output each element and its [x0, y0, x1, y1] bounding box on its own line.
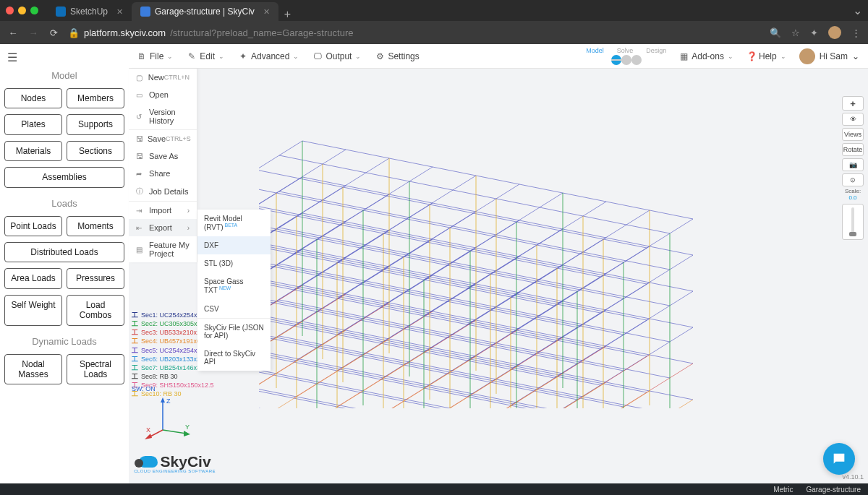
back-button[interactable]: ←	[7, 27, 19, 38]
tab-close-icon[interactable]: ✕	[263, 7, 270, 17]
pressures-button[interactable]: Pressures	[67, 268, 124, 288]
assemblies-button[interactable]: Assemblies	[4, 167, 124, 187]
point-loads-button[interactable]: Point Loads	[4, 216, 62, 236]
export-csv[interactable]: CSV	[197, 300, 271, 318]
reload-button[interactable]: ⟳	[48, 27, 59, 38]
tab-title: SketchUp	[70, 7, 108, 17]
file-menu-version-history[interactable]: ↺Version History	[129, 103, 197, 129]
settings-menu-button[interactable]: ⚙ Settings	[375, 51, 419, 61]
file-menu-new[interactable]: ▢NewCTRL+N	[129, 69, 197, 86]
export-skyciv-file-json-for-api-[interactable]: SkyCiv File (JSON for API)	[197, 318, 271, 345]
edit-menu-button[interactable]: ✎ Edit ⌄	[187, 51, 224, 61]
views-button[interactable]: Views	[842, 128, 864, 141]
step-label-solve: Solve	[617, 47, 634, 54]
project-name[interactable]: Garage-structure	[806, 486, 861, 494]
supports-button[interactable]: Supports	[67, 114, 124, 134]
addons-menu-button[interactable]: ▦ Add-ons ⌄	[679, 51, 733, 61]
distributed-loads-button[interactable]: Distributed Loads	[4, 242, 124, 262]
moments-button[interactable]: Moments	[67, 216, 124, 236]
browser-menu-icon[interactable]: ⋮	[851, 27, 861, 38]
svg-line-40	[259, 300, 554, 378]
svg-text:Y: Y	[185, 423, 190, 431]
file-menu-save-as[interactable]: 🖫Save As	[129, 147, 197, 165]
tab-close-icon[interactable]: ✕	[116, 7, 123, 17]
browser-tab-skyciv[interactable]: Garage-structure | SkyCiv ✕	[132, 2, 278, 21]
status-bar: v4.10.1 Metric Garage-structure	[0, 483, 868, 495]
forward-button[interactable]: →	[27, 27, 39, 38]
svg-line-85	[302, 322, 693, 400]
help-menu-button[interactable]: ❓ Help ⌄	[746, 51, 786, 61]
load-combos-button[interactable]: Load Combos	[67, 295, 124, 326]
scale-label: Scale:0.0	[842, 189, 864, 202]
file-menu-import[interactable]: ⇥Import›	[129, 201, 197, 219]
step-label-design: Design	[646, 47, 666, 54]
area-loads-button[interactable]: Area Loads	[4, 268, 62, 288]
svg-marker-153	[184, 431, 190, 436]
plates-button[interactable]: Plates	[4, 114, 62, 134]
file-menu-button[interactable]: 🗎 File ⌄	[137, 51, 173, 61]
snapshot-button[interactable]: ⊙	[842, 173, 864, 186]
file-menu-job-details[interactable]: ⓘJob Details	[129, 182, 197, 201]
units-label[interactable]: Metric	[773, 486, 793, 494]
extensions-icon[interactable]: ✦	[810, 27, 818, 38]
advanced-menu-button[interactable]: ✦ Advanced ⌄	[239, 51, 299, 61]
sections-button[interactable]: Sections	[67, 141, 124, 161]
file-menu-export[interactable]: ⇤Export›	[129, 219, 197, 236]
svg-line-47	[424, 265, 563, 352]
camera-button[interactable]: 📷	[842, 158, 864, 171]
file-menu-feature-my-project[interactable]: ▤Feature My Project	[129, 236, 197, 262]
chevron-down-icon: ⌄	[728, 53, 733, 60]
output-menu-button[interactable]: 🖵 Output ⌄	[313, 51, 361, 61]
menu-item-icon: ▤	[136, 246, 145, 254]
file-menu-save[interactable]: 🖫SaveCTRL+S	[129, 129, 197, 147]
rotate-button[interactable]: Rotate	[842, 143, 864, 156]
favicon-icon	[56, 7, 66, 17]
axes-gizmo[interactable]: Z X Y	[145, 397, 195, 441]
visibility-button[interactable]: 👁	[842, 113, 864, 126]
address-bar[interactable]: 🔒 platform.skyciv.com/structural?preload…	[68, 27, 761, 38]
menu-item-icon: ↺	[136, 113, 145, 121]
sidebar: Model Nodes Members Plates Supports Mate…	[0, 44, 129, 495]
export-revit-model-rvt-[interactable]: Revit Model (RVT)BETA	[197, 210, 271, 236]
menu-item-icon: ▢	[136, 74, 144, 82]
svg-line-17	[302, 177, 693, 255]
file-menu-open[interactable]: ▭Open	[129, 86, 197, 103]
bookmark-icon[interactable]: ☆	[791, 27, 800, 38]
step-dot-design[interactable]	[631, 55, 642, 65]
svg-line-79	[337, 320, 476, 407]
close-window-icon[interactable]	[6, 7, 14, 14]
export-direct-to-skyciv-api[interactable]: Direct to SkyCiv API	[197, 345, 271, 371]
export-stl-3d-[interactable]: STL (3D)	[197, 254, 271, 272]
maximize-window-icon[interactable]	[30, 7, 38, 14]
window-controls[interactable]	[6, 7, 38, 14]
menu-item-icon: ⓘ	[136, 186, 145, 197]
minimize-window-icon[interactable]	[18, 7, 26, 14]
svg-line-88	[259, 365, 624, 408]
sidebar-section-title: Dynamic Loads	[4, 336, 124, 347]
spectral-loads-button[interactable]: Spectral Loads	[67, 354, 124, 385]
materials-button[interactable]: Materials	[4, 141, 62, 161]
new-tab-button[interactable]: +	[278, 8, 297, 21]
browser-profile-avatar[interactable]	[828, 26, 841, 39]
user-menu[interactable]: Hi Sam ⌄	[799, 48, 859, 64]
help-icon: ❓	[746, 51, 755, 61]
svg-text:X: X	[146, 426, 150, 434]
export-space-gass-txt[interactable]: Space Gass TXTNEW	[197, 272, 271, 299]
self-weight-button[interactable]: Self Weight	[4, 295, 62, 326]
structure-render	[259, 98, 809, 408]
svg-line-60	[259, 267, 389, 353]
members-button[interactable]: Members	[67, 88, 124, 108]
search-icon[interactable]: 🔍	[770, 27, 781, 38]
nodal-masses-button[interactable]: Nodal Masses	[4, 354, 62, 385]
nodes-button[interactable]: Nodes	[4, 88, 62, 108]
workflow-steps[interactable]	[611, 55, 642, 65]
browser-tabstrip: SketchUp ✕ Garage-structure | SkyCiv ✕ +…	[0, 0, 868, 21]
browser-tab-sketchup[interactable]: SketchUp ✕	[47, 2, 132, 21]
zoom-in-button[interactable]: +	[842, 96, 864, 111]
export-dxf[interactable]: DXF	[197, 236, 271, 254]
sidebar-toggle-icon[interactable]: ☰	[7, 51, 17, 64]
file-menu-share[interactable]: ➦Share	[129, 165, 197, 182]
chat-button[interactable]	[823, 443, 855, 475]
browser-options-icon[interactable]: ⌄	[853, 4, 862, 17]
scale-slider[interactable]	[842, 204, 864, 240]
